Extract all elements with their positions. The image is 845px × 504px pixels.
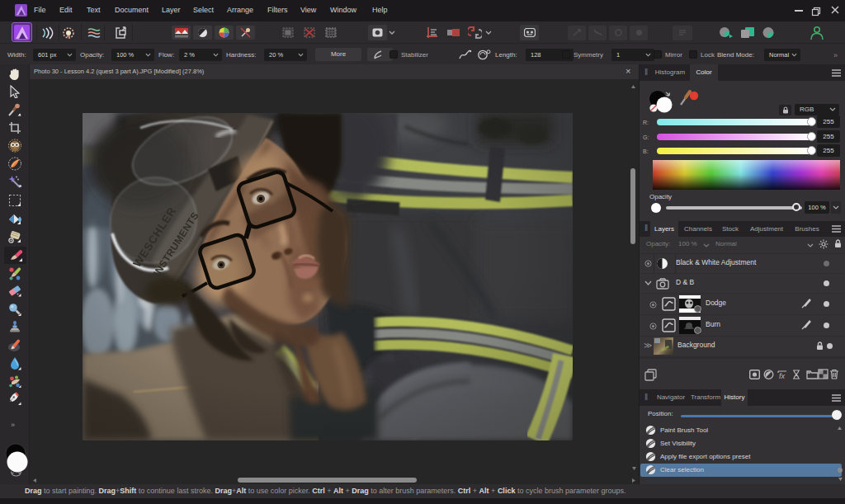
svg-text:fx: fx (779, 372, 786, 379)
